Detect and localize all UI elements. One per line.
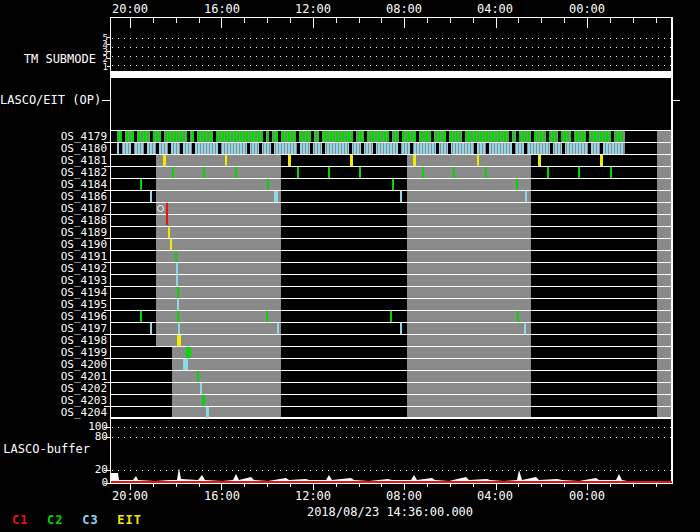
row-dense-bar — [465, 131, 467, 142]
row-dense-bar — [465, 143, 467, 154]
row-separator — [110, 358, 673, 359]
row-dense-gap — [218, 143, 221, 154]
row-separator — [110, 322, 673, 323]
row-dense-bar — [474, 131, 476, 142]
row-dense-bar — [501, 131, 503, 142]
row-shaded-interval — [156, 275, 281, 286]
row-dense-bar — [555, 131, 557, 142]
row-dense-bar — [441, 131, 443, 142]
row-dense-bar — [531, 143, 533, 154]
row-shaded-interval — [407, 287, 531, 298]
row-dense-bar — [603, 143, 605, 154]
row-dense-bar — [354, 143, 356, 154]
row-dense-bar — [177, 143, 179, 154]
row-dense-gap — [571, 131, 574, 142]
row-dense-gap — [446, 131, 449, 142]
row-dense-bar — [294, 143, 296, 154]
row-shaded-interval — [156, 155, 281, 166]
row-shaded-interval — [156, 191, 281, 202]
row-dense-bar — [210, 143, 212, 154]
data-mark-yellow — [600, 155, 603, 166]
row-dense-bar — [594, 143, 596, 154]
row-dense-bar — [489, 131, 491, 142]
top-minor-tick — [473, 18, 474, 23]
row-dense-bar — [591, 131, 593, 142]
row-dense-bar — [300, 143, 302, 154]
row-dense-bar — [411, 131, 413, 142]
row-dense-bar — [516, 143, 518, 154]
row-dense-bar — [183, 143, 185, 154]
data-mark-yellow — [225, 155, 227, 166]
row-dense-bar — [237, 143, 239, 154]
row-dense-bar — [327, 143, 329, 154]
top-major-tick — [313, 18, 314, 28]
tm-value-tick — [107, 44, 110, 45]
data-mark-cyan — [177, 299, 179, 310]
row-dense-bar — [390, 143, 392, 154]
row-dense-bar — [339, 143, 341, 154]
data-mark-red — [166, 203, 168, 225]
row-dense-bar — [300, 131, 302, 142]
data-mark-green — [485, 167, 487, 178]
row-dense-bar — [273, 131, 275, 142]
row-dense-bar — [249, 131, 251, 142]
row-dense-bar — [459, 131, 461, 142]
row-dense-bar — [423, 143, 425, 154]
row-shaded-interval — [407, 311, 531, 322]
row-dense-bar — [402, 143, 404, 154]
row-dense-bar — [306, 131, 308, 142]
top-minor-tick — [427, 18, 428, 23]
top-minor-tick — [450, 18, 451, 23]
row-dense-bar — [408, 131, 410, 142]
row-dense-bar — [579, 131, 581, 142]
row-shaded-interval — [156, 203, 281, 214]
row-dense-bar — [528, 143, 530, 154]
row-dense-bar — [204, 131, 206, 142]
data-mark-cyan — [176, 263, 178, 274]
data-mark-green — [235, 167, 237, 178]
top-minor-tick — [633, 18, 634, 23]
tm-value-tick — [107, 66, 110, 67]
row-dense-bar — [357, 131, 359, 142]
bottom-axis-label: 00:00 — [565, 490, 609, 503]
tm-dotted-gridline — [112, 38, 671, 39]
row-dense-bar — [534, 143, 536, 154]
top-major-tick — [221, 18, 222, 28]
data-mark-cyan — [178, 323, 180, 334]
row-dense-bar — [507, 143, 509, 154]
data-mark-green — [297, 167, 299, 178]
row-dense-bar — [240, 143, 242, 154]
row-dense-bar — [594, 131, 596, 142]
row-dense-bar — [126, 143, 128, 154]
row-dense-bar — [258, 131, 260, 142]
row-dense-bar — [219, 131, 221, 142]
row-dense-bar — [282, 143, 284, 154]
top-minor-tick — [176, 18, 177, 23]
row-separator — [110, 226, 673, 227]
row-dense-bar — [561, 131, 563, 142]
row-dense-gap — [546, 131, 549, 142]
row-shaded-interval — [407, 239, 531, 250]
row-dense-bar — [552, 131, 554, 142]
data-mark-yellow — [163, 155, 166, 166]
row-dense-bar — [372, 131, 374, 142]
row-dense-gap — [319, 131, 322, 142]
row-dense-bar — [243, 131, 245, 142]
row-axis-tick — [104, 382, 110, 383]
row-dense-bar — [579, 143, 581, 154]
row-shaded-interval — [407, 371, 531, 382]
data-mark-cyan — [150, 323, 152, 334]
row-dense-bar — [456, 131, 458, 142]
os-panel-top-border — [110, 130, 673, 131]
row-dense-bar — [513, 131, 515, 142]
top-minor-tick — [199, 18, 200, 23]
data-mark-yellow — [350, 155, 353, 166]
row-shaded-interval — [156, 227, 281, 238]
row-separator — [110, 370, 673, 371]
top-axis-label: 04:00 — [473, 3, 517, 16]
row-dense-bar — [429, 143, 431, 154]
row-dense-gap — [271, 143, 274, 154]
row-dense-bar — [441, 143, 443, 154]
row-dense-gap — [524, 143, 527, 154]
row-dense-bar — [369, 131, 371, 142]
